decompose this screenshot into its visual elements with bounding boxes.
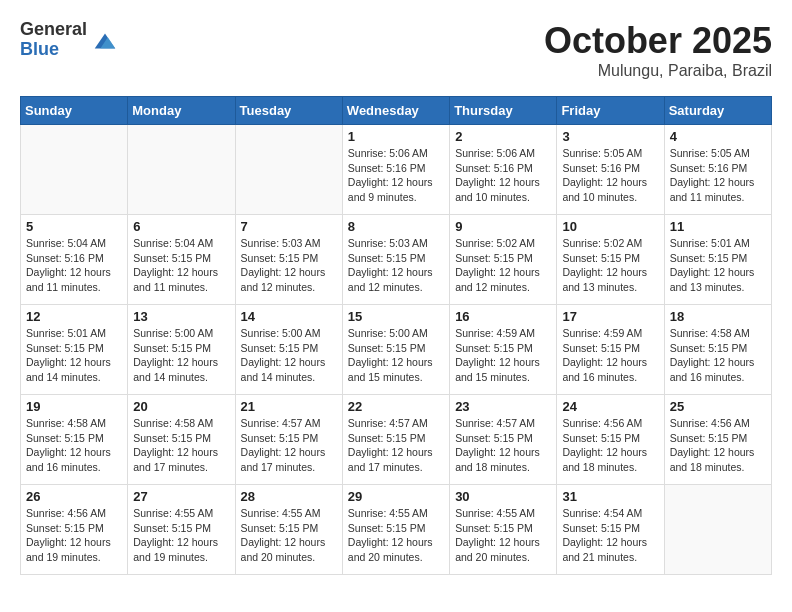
weekday-header-wednesday: Wednesday: [342, 97, 449, 125]
day-info: Sunrise: 4:55 AM Sunset: 5:15 PM Dayligh…: [455, 506, 551, 565]
calendar-cell: 14Sunrise: 5:00 AM Sunset: 5:15 PM Dayli…: [235, 305, 342, 395]
day-info: Sunrise: 5:01 AM Sunset: 5:15 PM Dayligh…: [26, 326, 122, 385]
title-section: October 2025 Mulungu, Paraiba, Brazil: [544, 20, 772, 80]
calendar-cell: [128, 125, 235, 215]
day-number: 24: [562, 399, 658, 414]
calendar-cell: 19Sunrise: 4:58 AM Sunset: 5:15 PM Dayli…: [21, 395, 128, 485]
calendar-cell: 13Sunrise: 5:00 AM Sunset: 5:15 PM Dayli…: [128, 305, 235, 395]
day-info: Sunrise: 5:01 AM Sunset: 5:15 PM Dayligh…: [670, 236, 766, 295]
calendar-cell: 25Sunrise: 4:56 AM Sunset: 5:15 PM Dayli…: [664, 395, 771, 485]
day-info: Sunrise: 4:55 AM Sunset: 5:15 PM Dayligh…: [348, 506, 444, 565]
day-number: 15: [348, 309, 444, 324]
day-number: 21: [241, 399, 337, 414]
weekday-header-friday: Friday: [557, 97, 664, 125]
day-info: Sunrise: 5:02 AM Sunset: 5:15 PM Dayligh…: [562, 236, 658, 295]
week-row-3: 12Sunrise: 5:01 AM Sunset: 5:15 PM Dayli…: [21, 305, 772, 395]
day-info: Sunrise: 5:00 AM Sunset: 5:15 PM Dayligh…: [133, 326, 229, 385]
day-number: 10: [562, 219, 658, 234]
day-number: 2: [455, 129, 551, 144]
calendar-cell: 15Sunrise: 5:00 AM Sunset: 5:15 PM Dayli…: [342, 305, 449, 395]
day-number: 28: [241, 489, 337, 504]
calendar-cell: 16Sunrise: 4:59 AM Sunset: 5:15 PM Dayli…: [450, 305, 557, 395]
day-info: Sunrise: 4:59 AM Sunset: 5:15 PM Dayligh…: [562, 326, 658, 385]
day-info: Sunrise: 5:06 AM Sunset: 5:16 PM Dayligh…: [455, 146, 551, 205]
calendar-cell: [235, 125, 342, 215]
day-info: Sunrise: 4:55 AM Sunset: 5:15 PM Dayligh…: [133, 506, 229, 565]
day-info: Sunrise: 5:02 AM Sunset: 5:15 PM Dayligh…: [455, 236, 551, 295]
day-number: 23: [455, 399, 551, 414]
day-number: 13: [133, 309, 229, 324]
day-info: Sunrise: 5:05 AM Sunset: 5:16 PM Dayligh…: [562, 146, 658, 205]
weekday-header-sunday: Sunday: [21, 97, 128, 125]
calendar-cell: [21, 125, 128, 215]
day-number: 5: [26, 219, 122, 234]
weekday-header-thursday: Thursday: [450, 97, 557, 125]
day-info: Sunrise: 4:57 AM Sunset: 5:15 PM Dayligh…: [348, 416, 444, 475]
calendar-cell: 21Sunrise: 4:57 AM Sunset: 5:15 PM Dayli…: [235, 395, 342, 485]
weekday-header-saturday: Saturday: [664, 97, 771, 125]
day-info: Sunrise: 5:00 AM Sunset: 5:15 PM Dayligh…: [348, 326, 444, 385]
day-info: Sunrise: 5:00 AM Sunset: 5:15 PM Dayligh…: [241, 326, 337, 385]
day-number: 16: [455, 309, 551, 324]
day-info: Sunrise: 5:04 AM Sunset: 5:16 PM Dayligh…: [26, 236, 122, 295]
day-info: Sunrise: 4:58 AM Sunset: 5:15 PM Dayligh…: [670, 326, 766, 385]
calendar-cell: [664, 485, 771, 575]
day-number: 4: [670, 129, 766, 144]
day-number: 22: [348, 399, 444, 414]
day-number: 19: [26, 399, 122, 414]
day-info: Sunrise: 5:06 AM Sunset: 5:16 PM Dayligh…: [348, 146, 444, 205]
calendar-table: SundayMondayTuesdayWednesdayThursdayFrid…: [20, 96, 772, 575]
day-info: Sunrise: 4:56 AM Sunset: 5:15 PM Dayligh…: [670, 416, 766, 475]
calendar-cell: 6Sunrise: 5:04 AM Sunset: 5:15 PM Daylig…: [128, 215, 235, 305]
calendar-cell: 27Sunrise: 4:55 AM Sunset: 5:15 PM Dayli…: [128, 485, 235, 575]
calendar-cell: 17Sunrise: 4:59 AM Sunset: 5:15 PM Dayli…: [557, 305, 664, 395]
weekday-header-monday: Monday: [128, 97, 235, 125]
day-info: Sunrise: 4:59 AM Sunset: 5:15 PM Dayligh…: [455, 326, 551, 385]
calendar-cell: 20Sunrise: 4:58 AM Sunset: 5:15 PM Dayli…: [128, 395, 235, 485]
calendar-cell: 12Sunrise: 5:01 AM Sunset: 5:15 PM Dayli…: [21, 305, 128, 395]
calendar-cell: 28Sunrise: 4:55 AM Sunset: 5:15 PM Dayli…: [235, 485, 342, 575]
calendar-cell: 9Sunrise: 5:02 AM Sunset: 5:15 PM Daylig…: [450, 215, 557, 305]
week-row-1: 1Sunrise: 5:06 AM Sunset: 5:16 PM Daylig…: [21, 125, 772, 215]
weekday-header-row: SundayMondayTuesdayWednesdayThursdayFrid…: [21, 97, 772, 125]
page-header: General Blue October 2025 Mulungu, Parai…: [20, 20, 772, 80]
day-info: Sunrise: 4:58 AM Sunset: 5:15 PM Dayligh…: [26, 416, 122, 475]
day-info: Sunrise: 5:03 AM Sunset: 5:15 PM Dayligh…: [241, 236, 337, 295]
day-info: Sunrise: 4:55 AM Sunset: 5:15 PM Dayligh…: [241, 506, 337, 565]
calendar-cell: 10Sunrise: 5:02 AM Sunset: 5:15 PM Dayli…: [557, 215, 664, 305]
day-info: Sunrise: 4:58 AM Sunset: 5:15 PM Dayligh…: [133, 416, 229, 475]
logo-general-text: General: [20, 20, 87, 40]
calendar-cell: 23Sunrise: 4:57 AM Sunset: 5:15 PM Dayli…: [450, 395, 557, 485]
day-number: 12: [26, 309, 122, 324]
day-number: 18: [670, 309, 766, 324]
day-info: Sunrise: 4:56 AM Sunset: 5:15 PM Dayligh…: [562, 416, 658, 475]
weekday-header-tuesday: Tuesday: [235, 97, 342, 125]
calendar-cell: 31Sunrise: 4:54 AM Sunset: 5:15 PM Dayli…: [557, 485, 664, 575]
calendar-cell: 2Sunrise: 5:06 AM Sunset: 5:16 PM Daylig…: [450, 125, 557, 215]
day-number: 17: [562, 309, 658, 324]
day-info: Sunrise: 4:57 AM Sunset: 5:15 PM Dayligh…: [455, 416, 551, 475]
calendar-cell: 26Sunrise: 4:56 AM Sunset: 5:15 PM Dayli…: [21, 485, 128, 575]
day-number: 6: [133, 219, 229, 234]
day-info: Sunrise: 5:04 AM Sunset: 5:15 PM Dayligh…: [133, 236, 229, 295]
calendar-cell: 24Sunrise: 4:56 AM Sunset: 5:15 PM Dayli…: [557, 395, 664, 485]
day-info: Sunrise: 4:57 AM Sunset: 5:15 PM Dayligh…: [241, 416, 337, 475]
day-info: Sunrise: 5:03 AM Sunset: 5:15 PM Dayligh…: [348, 236, 444, 295]
day-number: 7: [241, 219, 337, 234]
day-info: Sunrise: 5:05 AM Sunset: 5:16 PM Dayligh…: [670, 146, 766, 205]
day-number: 11: [670, 219, 766, 234]
calendar-cell: 22Sunrise: 4:57 AM Sunset: 5:15 PM Dayli…: [342, 395, 449, 485]
logo-icon: [91, 26, 119, 54]
calendar-cell: 4Sunrise: 5:05 AM Sunset: 5:16 PM Daylig…: [664, 125, 771, 215]
day-number: 30: [455, 489, 551, 504]
calendar-cell: 8Sunrise: 5:03 AM Sunset: 5:15 PM Daylig…: [342, 215, 449, 305]
day-number: 3: [562, 129, 658, 144]
calendar-cell: 1Sunrise: 5:06 AM Sunset: 5:16 PM Daylig…: [342, 125, 449, 215]
day-number: 31: [562, 489, 658, 504]
day-info: Sunrise: 4:56 AM Sunset: 5:15 PM Dayligh…: [26, 506, 122, 565]
day-number: 25: [670, 399, 766, 414]
day-number: 1: [348, 129, 444, 144]
day-number: 26: [26, 489, 122, 504]
logo-blue-text: Blue: [20, 40, 87, 60]
calendar-cell: 29Sunrise: 4:55 AM Sunset: 5:15 PM Dayli…: [342, 485, 449, 575]
